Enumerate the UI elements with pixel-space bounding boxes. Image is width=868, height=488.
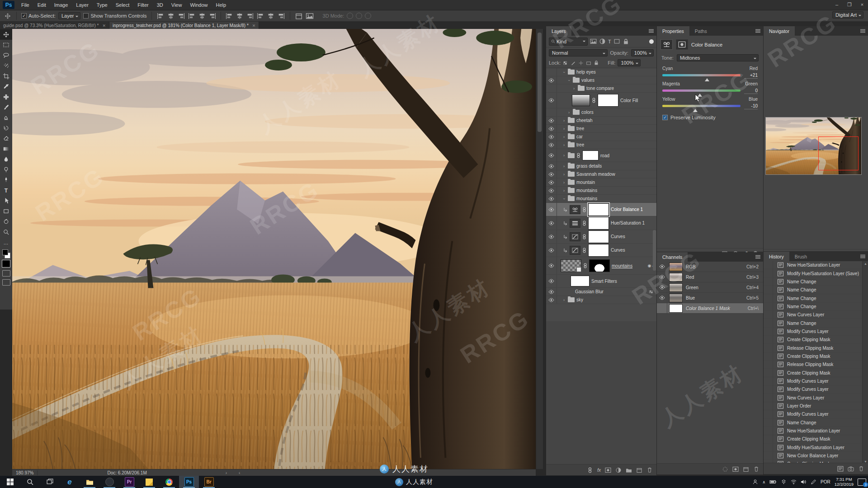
panel-menu-icon[interactable]	[755, 254, 761, 259]
slider-track[interactable]	[662, 74, 741, 76]
screen-mode-icon[interactable]	[2, 279, 10, 286]
align-icon-9[interactable]	[256, 13, 264, 19]
zoom-tool[interactable]	[0, 227, 12, 237]
arrange-icon[interactable]	[306, 13, 314, 19]
panel-menu-icon[interactable]	[860, 254, 866, 259]
layer-filter-kind-dropdown[interactable]: Kind	[549, 38, 588, 46]
close-button[interactable]: ×	[859, 0, 865, 9]
history-state[interactable]: New Hue/Saturation Layer	[764, 427, 868, 435]
tab-brush[interactable]: Brush	[789, 252, 812, 261]
wifi-icon[interactable]	[791, 479, 797, 485]
visibility-toggle[interactable]	[546, 84, 557, 92]
visibility-toggle[interactable]	[546, 178, 557, 186]
panel-menu-icon[interactable]	[755, 28, 761, 33]
delete-layer-icon[interactable]	[646, 467, 653, 473]
layer-row-mountains[interactable]: ›mountains	[546, 195, 656, 203]
layer-row-color-fill[interactable]: Color Fill	[546, 93, 656, 108]
menu-type[interactable]: Type	[93, 0, 112, 10]
channel-visibility-toggle[interactable]	[657, 282, 667, 292]
auto-select-checkbox[interactable]: ✓Auto-Select:	[21, 13, 56, 19]
align-icon-7[interactable]	[236, 13, 244, 19]
canvas-vertical-scrollbar[interactable]	[536, 29, 543, 469]
layer-row-tree[interactable]: ›tree	[546, 125, 656, 133]
lock-artboard-icon[interactable]	[586, 60, 591, 66]
layer-row-road[interactable]: ›road	[546, 149, 656, 162]
slider-value[interactable]: 0	[744, 88, 758, 94]
history-state[interactable]: Create Clipping Mask	[764, 352, 868, 361]
history-state[interactable]: Name Change	[764, 286, 868, 294]
clock[interactable]: 7:31 PM 12/2/2019	[835, 477, 854, 487]
visibility-toggle[interactable]	[546, 76, 557, 84]
taskbar-search[interactable]	[20, 476, 40, 488]
layer-row-smart-filters[interactable]: Smart Filters	[546, 275, 656, 288]
lock-all-icon[interactable]	[594, 60, 599, 66]
menu-select[interactable]: Select	[112, 0, 134, 10]
layer-row-grass-details[interactable]: ›grass details	[546, 162, 656, 170]
tone-dropdown[interactable]: Midtones	[677, 54, 759, 61]
rectangular-marquee-tool[interactable]	[0, 40, 12, 50]
visibility-toggle[interactable]	[546, 296, 557, 304]
visibility-toggle[interactable]	[546, 125, 557, 132]
menu-layer[interactable]: Layer	[72, 0, 93, 10]
tab-properties[interactable]: Properties	[657, 26, 689, 36]
visibility-toggle[interactable]	[546, 170, 557, 178]
new-channel-icon[interactable]	[743, 466, 749, 472]
panel-menu-icon[interactable]	[860, 28, 866, 33]
slider-thumb[interactable]	[693, 107, 698, 112]
new-adjustment-icon[interactable]	[615, 467, 622, 473]
filter-type-icon[interactable]: T	[608, 39, 611, 44]
language-indicator[interactable]: POR	[821, 479, 830, 484]
layer-row-tone-compare[interactable]: ›tone compare	[546, 84, 656, 93]
history-state[interactable]: Name Change	[764, 319, 868, 327]
taskbar-task-view[interactable]	[40, 476, 60, 488]
battery-icon[interactable]	[769, 479, 777, 485]
canvas-horizontal-scrollbar[interactable]: ›‹	[226, 470, 252, 475]
tray-expand-icon[interactable]: ∧	[762, 480, 765, 484]
visibility-toggle[interactable]	[546, 162, 557, 170]
visibility-toggle[interactable]	[546, 187, 557, 194]
document-tab-1[interactable]: inprogress_teatcher.psd @ 181% (Color Ba…	[109, 22, 259, 29]
channel-visibility-toggle[interactable]	[657, 272, 667, 282]
history-state[interactable]: Modify Curves Layer	[764, 410, 868, 418]
menu-filter[interactable]: Filter	[133, 0, 152, 10]
pen-tool[interactable]	[0, 175, 12, 185]
channel-visibility-toggle[interactable]	[657, 262, 667, 272]
minimize-button[interactable]: –	[834, 0, 840, 9]
spot-healing-tool[interactable]	[0, 92, 12, 102]
visibility-toggle[interactable]	[546, 275, 557, 287]
new-layer-icon[interactable]	[636, 467, 642, 473]
history-scrollbar[interactable]: ▲▼	[862, 261, 868, 474]
history-state[interactable]: Layer Order	[764, 402, 868, 410]
visibility-toggle[interactable]	[546, 230, 557, 243]
channel-row-blue[interactable]: BlueCtrl+5	[657, 293, 763, 303]
distribute-icon[interactable]	[295, 13, 303, 19]
dodge-tool[interactable]	[0, 164, 12, 175]
navigator-view-rectangle[interactable]	[818, 136, 859, 170]
preserve-luminosity-checkbox[interactable]: ✓ Preserve Luminosity	[657, 111, 763, 124]
lock-position-icon[interactable]	[578, 60, 584, 66]
foreground-color-swatch[interactable]	[2, 260, 10, 267]
channel-visibility-toggle[interactable]	[657, 303, 667, 313]
align-icon-5[interactable]	[208, 13, 217, 19]
tab-history[interactable]: History	[764, 252, 789, 261]
history-state[interactable]: Name Change	[764, 278, 868, 286]
layer-row-hue-saturation-1[interactable]: Hue/Saturation 1	[546, 216, 656, 230]
eyedropper-tool[interactable]	[0, 81, 12, 92]
channel-visibility-toggle[interactable]	[657, 293, 667, 303]
dropbox-icon[interactable]	[781, 479, 787, 485]
visibility-toggle[interactable]	[546, 195, 557, 202]
channel-row-green[interactable]: GreenCtrl+4	[657, 282, 763, 293]
history-state[interactable]: Modify Curves Layer	[764, 377, 868, 385]
layer-row-mountains[interactable]: mountains◉ ˄	[546, 257, 656, 275]
history-state[interactable]: Name Change	[764, 303, 868, 311]
align-icon-4[interactable]	[198, 13, 206, 19]
slider-value[interactable]: -10	[744, 103, 758, 109]
taskbar-start[interactable]	[0, 476, 20, 488]
status-zoom-level[interactable]: 180.97%	[12, 470, 38, 475]
volume-icon[interactable]	[801, 479, 807, 485]
layers-scrollbar[interactable]	[653, 230, 656, 271]
layer-row-car[interactable]: ›car	[546, 133, 656, 141]
eraser-tool[interactable]	[0, 133, 12, 144]
close-tab-icon[interactable]: ✕	[252, 23, 256, 28]
align-icon-1[interactable]	[167, 13, 175, 19]
